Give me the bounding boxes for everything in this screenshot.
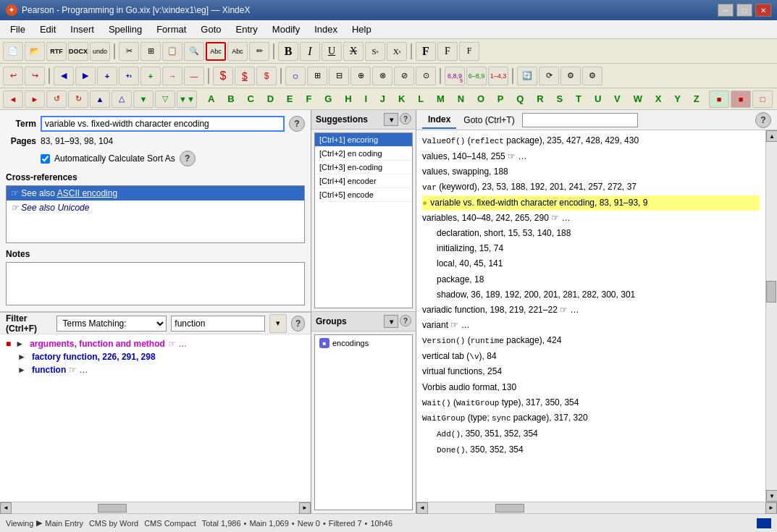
nav5-btn[interactable]: ⊘ <box>394 67 414 85</box>
index-entry-17[interactable]: Wait() (WaitGroup type), 317, 350, 354 <box>422 395 760 411</box>
suggestion-item-2[interactable]: [Ctrl+3] en-coding <box>315 161 412 174</box>
alpha-S[interactable]: S <box>555 92 566 106</box>
alpha-end-btn[interactable]: ▼▼ <box>177 90 197 108</box>
num3-btn[interactable]: 1–4,3 <box>488 67 508 85</box>
edit-button[interactable]: ✏ <box>249 42 269 61</box>
add-sub-button[interactable]: +› <box>119 67 139 85</box>
alpha-I[interactable]: I <box>362 92 369 106</box>
alpha-up-btn[interactable]: ▲ <box>90 90 110 108</box>
alpha-fwd-btn[interactable]: ► <box>25 90 45 108</box>
index-entry-19[interactable]: Add(), 350, 351, 352, 354 <box>422 426 760 442</box>
index-entry-18[interactable]: WaitGroup (type; sync package), 317, 320 <box>422 410 760 426</box>
index-entry-5[interactable]: variables, 140–48, 242, 265, 290 ☞ … <box>422 211 760 226</box>
index-entry-7[interactable]: initializing, 15, 74 <box>422 241 760 256</box>
h-scroll-right-btn[interactable]: ► <box>299 502 311 514</box>
dollar1-btn[interactable]: $ <box>213 67 233 85</box>
alpha-T[interactable]: T <box>574 92 584 106</box>
alpha-A[interactable]: A <box>206 92 217 106</box>
alpha-K[interactable]: K <box>396 92 407 106</box>
index-entry-13[interactable]: Version() (runtime package), 424 <box>422 333 760 349</box>
alpha-E[interactable]: E <box>285 92 295 106</box>
index-scroll-thumb[interactable] <box>766 281 776 303</box>
alpha-Q[interactable]: Q <box>514 92 526 106</box>
navright-button[interactable]: ▶ <box>75 67 96 85</box>
index-entry-16[interactable]: Vorbis audio format, 130 <box>422 380 760 395</box>
nav2-btn[interactable]: ⊟ <box>329 67 349 85</box>
alpha-undo-btn[interactable]: ↺ <box>46 90 67 108</box>
index-entry-20[interactable]: Done(), 350, 352, 354 <box>422 442 760 458</box>
alpha-extra2[interactable]: ■ <box>731 90 751 108</box>
alpha-V[interactable]: V <box>612 92 623 106</box>
term-input[interactable] <box>41 116 285 132</box>
bold-button[interactable]: B <box>278 42 298 61</box>
index-entry-14[interactable]: vertical tab (\v), 84 <box>422 349 760 365</box>
suggestion-item-0[interactable]: [Ctrl+1] encoring <box>315 133 412 147</box>
cut-button[interactable]: ✂ <box>119 42 139 61</box>
alpha-Z[interactable]: Z <box>692 92 702 106</box>
undo2-button[interactable]: undo <box>90 42 110 61</box>
new-button[interactable]: 📄 <box>3 42 23 61</box>
superscript-button[interactable]: Ss <box>365 42 385 61</box>
filter-mode-select[interactable]: Terms Matching:Terms Starting With:Terms… <box>56 316 167 332</box>
menu-item-entry[interactable]: Entry <box>229 22 265 37</box>
menu-item-spelling[interactable]: Spelling <box>101 22 149 37</box>
num1-btn[interactable]: 6,8,99 <box>445 67 465 85</box>
alpha-R[interactable]: R <box>534 92 545 106</box>
alpha-extra1[interactable]: ■ <box>709 90 729 108</box>
settings-btn[interactable]: ⚙ <box>582 67 602 85</box>
alpha-N[interactable]: N <box>455 92 466 106</box>
alpha-M[interactable]: M <box>434 92 447 106</box>
menu-item-index[interactable]: Index <box>307 22 345 37</box>
alpha-F[interactable]: F <box>303 92 314 106</box>
index-scroll-down-btn[interactable]: ▼ <box>766 490 777 502</box>
suggestions-dropdown-btn[interactable]: ▾ <box>384 113 398 126</box>
suggestions-help-btn[interactable]: ? <box>400 113 411 124</box>
dollar3-btn[interactable]: $ <box>256 67 277 85</box>
alpha-P[interactable]: P <box>495 92 506 106</box>
index-entry-highlighted[interactable]: ●variable vs. fixed-width character enco… <box>422 195 760 211</box>
menu-item-edit[interactable]: Edit <box>33 22 63 37</box>
filter-item-2[interactable]: ► function ☞ … <box>6 363 305 376</box>
index-entry-10[interactable]: shadow, 36, 189, 192, 200, 201, 281, 282… <box>422 287 760 303</box>
alpha-B[interactable]: B <box>225 92 236 106</box>
alpha-X[interactable]: X <box>653 92 664 106</box>
groups-help-btn[interactable]: ? <box>400 315 411 326</box>
alpha-spin-btn[interactable]: ↻ <box>68 90 88 108</box>
index-entry-15[interactable]: virtual functions, 254 <box>422 364 760 379</box>
index-scroll-up-btn[interactable]: ▲ <box>766 130 777 142</box>
underline-button[interactable]: U <box>322 42 342 61</box>
group-item-0[interactable]: ■ encodings <box>315 335 412 351</box>
alpha-U[interactable]: U <box>592 92 603 106</box>
open-rtf-button[interactable]: RTF <box>46 42 67 61</box>
menu-item-goto[interactable]: Goto <box>193 22 228 37</box>
auto-sort-checkbox[interactable] <box>41 154 50 164</box>
add-entry-button[interactable]: + <box>97 67 117 85</box>
misc2-btn[interactable]: ⟳ <box>539 67 559 85</box>
index-h-scroll-right-btn[interactable]: ► <box>765 502 777 514</box>
term-help-button[interactable]: ? <box>289 116 305 132</box>
strikethrough-button[interactable]: X <box>343 42 364 61</box>
alpha-back-btn[interactable]: ◄ <box>3 90 23 108</box>
goto-input[interactable] <box>522 113 638 127</box>
close-button[interactable]: ✕ <box>755 4 771 17</box>
misc3-btn[interactable]: ⚙ <box>560 67 581 85</box>
index-entry-0[interactable]: ValueOf() (reflect package), 235, 427, 4… <box>422 133 760 149</box>
alpha-dn2-btn[interactable]: ▽ <box>155 90 175 108</box>
filter-help-btn[interactable]: ? <box>291 316 305 332</box>
auto-sort-help[interactable]: ? <box>180 151 196 166</box>
circle-btn[interactable]: ○ <box>285 67 306 85</box>
num2-btn[interactable]: 6–8,9 <box>466 67 487 85</box>
index-help-btn[interactable]: ? <box>755 112 771 128</box>
suggestion-item-1[interactable]: [Ctrl+2] en coding <box>315 147 412 161</box>
alpha-C[interactable]: C <box>245 92 256 106</box>
h-scroll-thumb[interactable] <box>98 504 127 512</box>
alpha-Y[interactable]: Y <box>672 92 683 106</box>
spell-abc1-button[interactable]: Abc <box>206 42 226 61</box>
filter-item-1[interactable]: ► factory function, 226, 291, 298 <box>6 350 305 363</box>
groups-dropdown-btn[interactable]: ▾ <box>384 315 398 328</box>
copy-button[interactable]: ⊞ <box>140 42 161 61</box>
nav3-btn[interactable]: ⊕ <box>350 67 371 85</box>
index-entry-6[interactable]: declaration, short, 15, 53, 140, 188 <box>422 226 760 241</box>
green-btn1[interactable]: + <box>140 67 161 85</box>
index-h-scroll-left-btn[interactable]: ◄ <box>416 502 428 514</box>
